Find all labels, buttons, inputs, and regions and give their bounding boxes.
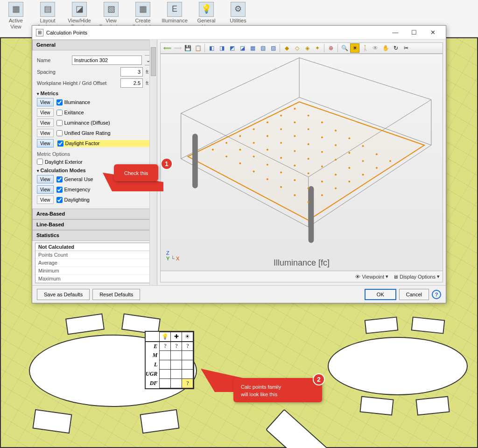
rotate-icon[interactable]: ◆ — [282, 43, 291, 53]
target-icon[interactable]: ⊕ — [326, 43, 336, 53]
nav-back-icon[interactable]: ⟸ — [162, 43, 172, 53]
nav-fwd-icon[interactable]: ⟹ — [173, 43, 182, 53]
calcmode-daylighting-label: Daylighting — [64, 197, 90, 203]
svg-point-24 — [253, 155, 255, 157]
copy-icon[interactable]: 📋 — [193, 43, 203, 53]
zoom-icon[interactable]: 🔍 — [340, 43, 349, 53]
view-button[interactable]: View — [37, 119, 54, 127]
refresh-icon[interactable]: ↻ — [391, 43, 401, 53]
svg-point-49 — [348, 152, 350, 154]
svg-point-12 — [253, 128, 255, 130]
minimize-button[interactable]: — — [386, 26, 405, 39]
view3d-viewport[interactable]: Z Y └ X Illuminance [fc] — [160, 54, 443, 271]
sun-icon[interactable]: ☀ — [350, 43, 359, 53]
reset-defaults-button[interactable]: Reset Defaults — [92, 289, 140, 300]
section-statistics[interactable]: Statistics⌃ — [32, 230, 157, 241]
view-button[interactable]: View — [37, 175, 54, 183]
display-options-dropdown[interactable]: 🖥Display Options▾ — [393, 273, 440, 280]
svg-point-53 — [321, 181, 323, 182]
cube-icon[interactable]: ◩ — [227, 43, 237, 53]
cube-icon[interactable]: ◨ — [217, 43, 226, 53]
help-icon[interactable]: ? — [432, 290, 441, 299]
spacing-input[interactable] — [120, 67, 143, 77]
daylight-exterior-checkbox[interactable] — [37, 159, 43, 165]
view-button[interactable]: View — [37, 196, 54, 204]
calcmode-general-checkbox[interactable] — [56, 176, 63, 182]
close-button[interactable]: ✕ — [423, 26, 442, 39]
metrics-header[interactable]: Metrics — [37, 91, 152, 96]
calcmode-emergency-checkbox[interactable] — [56, 187, 63, 193]
svg-rect-7 — [192, 134, 198, 189]
stats-row: Average — [35, 259, 154, 267]
view-button[interactable]: View — [37, 185, 54, 194]
walk-icon[interactable]: 🚶 — [360, 43, 370, 53]
maximize-button[interactable]: ☐ — [405, 26, 423, 39]
svg-point-35 — [321, 136, 323, 138]
cancel-button[interactable]: Cancel — [399, 289, 429, 300]
wph-input[interactable] — [120, 78, 143, 88]
save-icon[interactable]: 💾 — [183, 43, 192, 53]
preview-panel: ⟸ ⟹ 💾 📋 ◧ ◨ ◩ ◪ ▦ ▧ ▨ ◆ ◇ ◈ ✦ ⊕ 🔍 — [157, 40, 446, 285]
rotate-icon[interactable]: ✦ — [313, 43, 322, 53]
view-button[interactable]: View — [37, 139, 54, 147]
view3d-toolbar: ⟸ ⟹ 💾 📋 ◧ ◨ ◩ ◪ ▦ ▧ ▨ ◆ ◇ ◈ ✦ ⊕ 🔍 — [160, 42, 443, 54]
floorplan-chair — [365, 316, 399, 334]
metric-illuminance-checkbox[interactable] — [56, 99, 63, 105]
calc-points-family-table: 💡✚☀ E??? M L UGR DF? — [145, 331, 194, 389]
view-button[interactable]: View — [37, 108, 54, 117]
svg-point-46 — [308, 172, 309, 174]
svg-point-50 — [362, 145, 364, 147]
svg-point-57 — [376, 154, 378, 155]
svg-point-16 — [225, 155, 227, 157]
svg-point-34 — [308, 143, 309, 145]
svg-point-23 — [239, 162, 241, 164]
metric-exitance-label: Exitance — [64, 110, 84, 115]
callout-badge-1: 1 — [161, 158, 173, 170]
cube-icon[interactable]: ◪ — [238, 43, 247, 53]
svg-point-20 — [280, 128, 282, 130]
pan-icon[interactable]: ✋ — [381, 43, 390, 53]
cube-icon[interactable]: ▧ — [258, 43, 267, 53]
calculation-points-dialog: ⊞ Calculation Points — ☐ ✕ General⌃ Name… — [32, 25, 446, 303]
metric-ugr-checkbox[interactable] — [56, 130, 63, 136]
view-button[interactable]: View — [37, 129, 54, 137]
callout-2-text-1: Calc points family — [241, 384, 281, 390]
svg-point-48 — [335, 159, 337, 161]
rotate-icon[interactable]: ◇ — [292, 43, 302, 53]
dialog-titlebar[interactable]: ⊞ Calculation Points — ☐ ✕ — [32, 26, 446, 40]
save-defaults-button[interactable]: Save as Defaults — [37, 289, 90, 300]
panel-scrollbar[interactable] — [149, 40, 157, 285]
rotate-icon[interactable]: ◈ — [302, 43, 312, 53]
svg-point-61 — [348, 181, 350, 182]
dialog-icon: ⊞ — [36, 29, 43, 36]
svg-point-47 — [321, 166, 323, 168]
name-input[interactable] — [72, 56, 142, 65]
cube-icon[interactable]: ▨ — [268, 43, 278, 53]
cube-icon[interactable]: ◧ — [207, 43, 216, 53]
cube-icon[interactable]: ▦ — [248, 43, 257, 53]
metric-luminance-checkbox[interactable] — [56, 120, 63, 126]
floorplan-chair — [359, 396, 394, 415]
section-line-based[interactable]: Line-Based⌄ — [32, 219, 157, 230]
name-label: Name — [37, 57, 69, 63]
view-button[interactable]: View — [37, 98, 54, 106]
view3d-label: Illuminance [fc] — [274, 258, 330, 268]
metric-daylight-factor-checkbox[interactable] — [57, 140, 63, 147]
callout-2-text-2: will look like this — [241, 392, 277, 397]
section-general[interactable]: General⌃ — [32, 40, 157, 50]
section-area-based[interactable]: Area-Based⌄ — [32, 209, 157, 219]
callout-badge-2: 2 — [313, 373, 325, 385]
floorplan-chair — [65, 314, 105, 335]
ribbon-active-view[interactable]: ▦Active View — [0, 1, 32, 37]
svg-point-37 — [267, 178, 268, 180]
floorplan-chair — [415, 396, 450, 415]
callout-1: Check this — [114, 164, 158, 181]
svg-point-45 — [294, 179, 295, 181]
svg-point-30 — [253, 171, 255, 173]
calcmode-daylighting-checkbox[interactable] — [56, 197, 63, 203]
ok-button[interactable]: OK — [365, 289, 396, 300]
viewpoint-dropdown[interactable]: 👁Viewpoint▾ — [355, 273, 388, 280]
metric-exitance-checkbox[interactable] — [56, 110, 63, 116]
cut-icon[interactable]: ✂ — [401, 43, 411, 53]
eye-icon[interactable]: 👁 — [371, 43, 380, 53]
